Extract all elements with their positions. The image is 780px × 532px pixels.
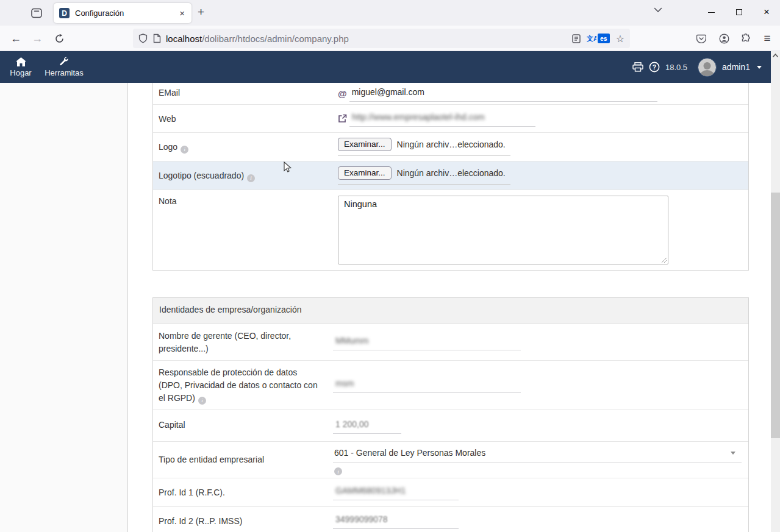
logo-squared-file-status: Ningún archiv…eleccionado.: [397, 168, 506, 178]
svg-text:文A: 文A: [587, 35, 596, 42]
nav-tools-label: Herramitas: [43, 68, 85, 77]
pocket-icon[interactable]: [692, 31, 710, 46]
entity-type-label: Tipo de entidad empresarial: [153, 442, 327, 478]
browser-toolbar: ← → localhost/dolibarr/htdocs/admin/comp…: [0, 26, 780, 51]
email-input[interactable]: miguel@gmail.com: [349, 86, 657, 102]
tab-configuracion[interactable]: D Configuración ×: [54, 3, 191, 23]
dolibarr-topnav: Hogar Herramitas ? 18.0.5 admin1: [0, 51, 780, 83]
account-icon[interactable]: [715, 31, 733, 46]
web-value-cell: http://www.empresaplaotel-ihd.com: [327, 105, 748, 132]
capital-value-cell: 1 200,00: [327, 410, 748, 441]
info-icon: i: [181, 146, 188, 154]
back-button[interactable]: ←: [7, 31, 24, 46]
prof-id1-value-cell: GAMM680913JH1: [327, 478, 748, 506]
tab-bar: D Configuración × + ×: [0, 0, 780, 26]
external-link-icon: [338, 114, 347, 123]
web-input-redacted[interactable]: http://www.empresaplaotel-ihd.com: [349, 111, 535, 127]
extensions-icon[interactable]: [737, 31, 755, 46]
home-icon: [7, 55, 35, 66]
prof-id2-input-redacted[interactable]: 34999099078: [333, 513, 459, 529]
dolibarr-favicon: D: [59, 8, 70, 18]
left-sidebar: [0, 83, 128, 532]
row-note: Nota Ninguna: [153, 190, 748, 270]
shield-icon[interactable]: [138, 34, 148, 43]
capital-label: Capital: [153, 410, 327, 441]
dpo-input-redacted[interactable]: msm: [333, 377, 521, 393]
logo-label: Logoi: [153, 133, 327, 161]
translate-icon[interactable]: 文A es: [587, 34, 610, 43]
window-minimize-button[interactable]: [697, 0, 725, 24]
identity-form-table: Identidades de empresa/organización Nomb…: [152, 297, 749, 532]
resize-grip[interactable]: [660, 257, 667, 263]
wrench-icon: [43, 55, 85, 66]
prof-id2-value-cell: 34999099078: [327, 507, 748, 532]
url-text: localhost/dolibarr/htdocs/admin/company.…: [166, 34, 349, 44]
reader-mode-icon[interactable]: [572, 34, 581, 43]
logo-value-cell: Examinar... Ningún archiv…eleccionado.: [327, 133, 748, 161]
dpo-label: Responsable de protección de datos (DPO,…: [153, 361, 327, 410]
email-label: EMail: [153, 83, 327, 104]
svg-text:?: ?: [653, 63, 656, 71]
row-entity-type: Tipo de entidad empresarial 601 - Genera…: [153, 441, 748, 478]
nav-item-tools[interactable]: Herramitas: [43, 55, 85, 77]
note-value-cell: Ninguna: [327, 190, 748, 270]
mouse-cursor: [281, 160, 292, 172]
username-label[interactable]: admin1: [722, 62, 750, 72]
prof-id2-label: Prof. Id 2 (R..P. IMSS): [153, 507, 327, 532]
window-maximize-button[interactable]: [725, 0, 753, 24]
vertical-scrollbar[interactable]: [771, 51, 780, 532]
version-label: 18.0.5: [665, 63, 687, 72]
print-icon[interactable]: [632, 62, 643, 72]
at-icon: @: [338, 88, 347, 99]
list-all-tabs-icon[interactable]: [654, 7, 662, 13]
note-textarea[interactable]: Ninguna: [338, 196, 668, 264]
bookmark-star-icon[interactable]: ☆: [616, 33, 624, 44]
logo-squared-value-cell: Examinar... Ningún archiv…eleccionado.: [327, 161, 748, 190]
user-menu-caret-icon[interactable]: [757, 66, 762, 69]
entity-type-value-cell: 601 - General de Ley Personas Morales i: [327, 442, 748, 478]
logo-file-status: Ningún archiv…eleccionado.: [397, 140, 506, 149]
entity-type-select[interactable]: 601 - General de Ley Personas Morales: [333, 447, 742, 463]
row-logo: Logoi Examinar... Ningún archiv…eleccion…: [153, 132, 748, 161]
capital-input-redacted[interactable]: 1 200,00: [333, 418, 401, 434]
row-web: Web http://www.empresaplaotel-ihd.com: [153, 104, 748, 132]
window-close-button[interactable]: ×: [753, 0, 780, 24]
row-logo-squared: Logotipo (escuadrado)i Examinar... Ningú…: [153, 161, 748, 190]
manager-label: Nombre de gerente (CEO, director, presid…: [153, 324, 327, 360]
info-icon: i: [334, 467, 342, 475]
note-label: Nota: [153, 190, 327, 270]
nav-item-home[interactable]: Hogar: [7, 55, 35, 77]
reload-icon[interactable]: [51, 31, 68, 46]
browser-window: D Configuración × + × ← → localhost/doli…: [0, 0, 780, 532]
browse-logo-button[interactable]: Examinar...: [338, 138, 392, 151]
web-label: Web: [153, 105, 327, 132]
manager-value-cell: MMumm: [327, 324, 748, 360]
firefox-view-icon[interactable]: [29, 6, 44, 20]
manager-input-redacted[interactable]: MMumm: [333, 335, 521, 350]
row-dpo: Responsable de protección de datos (DPO,…: [153, 360, 748, 410]
info-icon: i: [198, 397, 206, 405]
logo-squared-label: Logotipo (escuadrado)i: [153, 161, 327, 190]
scroll-up-icon[interactable]: [771, 51, 780, 60]
scrollbar-thumb[interactable]: [771, 193, 780, 438]
info-icon: i: [247, 174, 255, 182]
row-prof-id2: Prof. Id 2 (R..P. IMSS) 34999099078: [153, 506, 748, 532]
identity-section-title: Identidades de empresa/organización: [153, 298, 748, 324]
user-avatar[interactable]: [698, 58, 717, 77]
nav-home-label: Hogar: [7, 68, 35, 77]
browse-logo-squared-button[interactable]: Examinar...: [338, 166, 392, 180]
prof-id1-input-redacted[interactable]: GAMM680913JH1: [333, 484, 459, 500]
url-bar[interactable]: localhost/dolibarr/htdocs/admin/company.…: [133, 29, 630, 48]
row-email: EMail @ miguel@gmail.com: [153, 83, 748, 104]
forward-button[interactable]: →: [29, 31, 46, 46]
company-form-table: EMail @ miguel@gmail.com Web http://www.…: [152, 83, 749, 271]
dpo-value-cell: msm: [327, 361, 748, 410]
menu-icon[interactable]: ≡: [758, 31, 776, 46]
tab-close-icon[interactable]: ×: [178, 8, 186, 18]
page-info-icon[interactable]: [153, 34, 161, 43]
new-tab-button[interactable]: +: [198, 5, 204, 19]
email-value-cell: @ miguel@gmail.com: [327, 83, 748, 104]
help-icon[interactable]: ?: [649, 62, 660, 73]
select-arrow-icon: [731, 452, 735, 455]
row-manager: Nombre de gerente (CEO, director, presid…: [153, 324, 748, 360]
